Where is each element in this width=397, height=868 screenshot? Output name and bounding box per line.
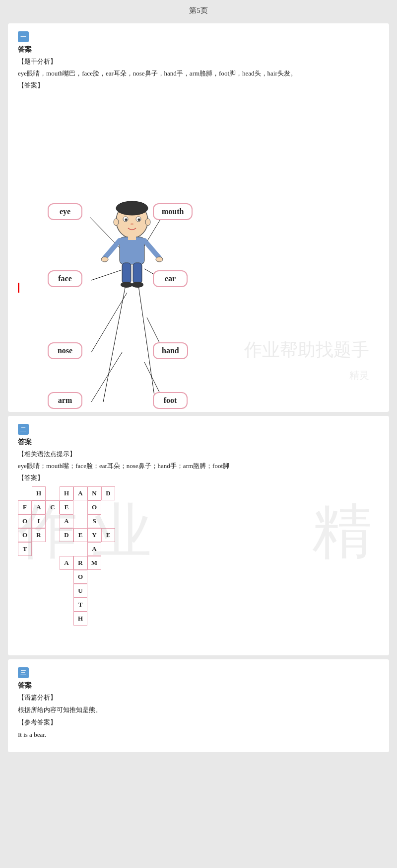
crossword-cell bbox=[32, 556, 46, 570]
crossword-cell: N bbox=[87, 486, 101, 500]
body-diagram: eye mouth face ear nose hand arm foot he… bbox=[18, 94, 379, 402]
crossword-cell bbox=[101, 584, 115, 598]
crossword-cell bbox=[143, 528, 157, 542]
crossword-cell bbox=[129, 542, 143, 556]
svg-point-14 bbox=[125, 219, 128, 221]
crossword-cell bbox=[18, 584, 32, 598]
crossword-row: T bbox=[18, 598, 157, 612]
crossword-cell: A bbox=[60, 556, 73, 570]
section-badge-2: 二 bbox=[18, 424, 29, 435]
crossword-cell bbox=[18, 486, 32, 500]
crossword-cell bbox=[143, 556, 157, 570]
word-hand: hand bbox=[153, 342, 188, 359]
red-bar bbox=[18, 283, 19, 293]
crossword-cell: O bbox=[18, 514, 32, 528]
svg-rect-26 bbox=[133, 263, 142, 284]
svg-point-28 bbox=[132, 282, 143, 288]
crossword-cell: D bbox=[60, 528, 73, 542]
crossword-cell bbox=[46, 486, 60, 500]
crossword-cell bbox=[129, 500, 143, 514]
svg-point-18 bbox=[145, 219, 150, 226]
crossword-cell bbox=[129, 556, 143, 570]
crossword-row: HHAND bbox=[18, 486, 157, 500]
page-number: 第5页 bbox=[189, 6, 208, 14]
crossword-cell bbox=[46, 570, 60, 584]
crossword-cell bbox=[143, 612, 157, 626]
crossword-row: TA bbox=[18, 542, 157, 556]
svg-point-15 bbox=[138, 219, 140, 221]
crossword-cell bbox=[143, 542, 157, 556]
crossword-cell: Y bbox=[87, 528, 101, 542]
crossword-cell bbox=[32, 570, 46, 584]
crossword-cell bbox=[46, 556, 60, 570]
answer-label-1: 答案 bbox=[18, 45, 379, 54]
crossword-cell bbox=[101, 542, 115, 556]
crossword-cell: S bbox=[87, 514, 101, 528]
answer-title-1: 【答案】 bbox=[18, 81, 379, 90]
crossword-cell bbox=[115, 612, 129, 626]
crossword-cell bbox=[129, 584, 143, 598]
crossword-cell bbox=[46, 528, 60, 542]
crossword-cell bbox=[60, 584, 73, 598]
svg-rect-20 bbox=[128, 234, 136, 240]
card-3: 三 答案 【语篇分析】 根据所给内容可知推知是熊。 【参考答案】 It is a… bbox=[8, 659, 389, 752]
analysis-title-1: 【题干分析】 bbox=[18, 57, 379, 66]
crossword-cell bbox=[87, 598, 101, 612]
crossword-cell bbox=[101, 500, 115, 514]
crossword-cell bbox=[115, 584, 129, 598]
word-nose: nose bbox=[48, 342, 82, 359]
crossword-cell bbox=[60, 598, 73, 612]
svg-point-11 bbox=[116, 201, 148, 215]
ref-title: 【参考答案】 bbox=[18, 718, 379, 727]
svg-line-6 bbox=[91, 352, 122, 402]
crossword-cell: H bbox=[73, 612, 87, 626]
crossword-cell bbox=[143, 500, 157, 514]
crossword-cell bbox=[73, 500, 87, 514]
crossword-cell bbox=[32, 612, 46, 626]
crossword-cell bbox=[115, 486, 129, 500]
crossword-cell bbox=[143, 514, 157, 528]
crossword-cell bbox=[46, 598, 60, 612]
card-1: 一 答案 【题干分析】 eye眼睛，mouth嘴巴，face脸，ear耳朵，no… bbox=[8, 23, 389, 412]
crossword-row: ORDEYE bbox=[18, 528, 157, 542]
word-eye: eye bbox=[48, 203, 82, 220]
word-arm: arm bbox=[48, 392, 82, 409]
crossword-cell: A bbox=[60, 514, 73, 528]
crossword-cell: O bbox=[87, 500, 101, 514]
crossword-cell bbox=[87, 584, 101, 598]
crossword-cell bbox=[32, 584, 46, 598]
crossword-cell: R bbox=[73, 556, 87, 570]
section-badge-1: 一 bbox=[18, 31, 29, 42]
crossword-cell: M bbox=[87, 556, 101, 570]
crossword-cell: D bbox=[101, 486, 115, 500]
answer-label-2: 答案 bbox=[18, 438, 379, 447]
analysis-title-3: 【语篇分析】 bbox=[18, 693, 379, 702]
svg-point-16 bbox=[131, 223, 133, 225]
analysis-text-3: 根据所给内容可知推知是熊。 bbox=[18, 704, 379, 715]
crossword-cell: R bbox=[32, 528, 46, 542]
crossword-cell bbox=[101, 612, 115, 626]
crossword-cell bbox=[143, 570, 157, 584]
crossword-cell bbox=[46, 584, 60, 598]
answer-label-3: 答案 bbox=[18, 681, 379, 690]
crossword-cell bbox=[73, 514, 87, 528]
crossword-row: O bbox=[18, 570, 157, 584]
crossword-cell bbox=[101, 598, 115, 612]
crossword: HHANDFACEOOIASORDEYETAARMOUTH 作 业 精 bbox=[18, 486, 379, 645]
crossword-cell bbox=[115, 598, 129, 612]
word-foot: foot bbox=[153, 392, 188, 409]
crossword-cell bbox=[87, 612, 101, 626]
character-figure bbox=[100, 193, 164, 293]
crossword-cell: T bbox=[73, 598, 87, 612]
crossword-cell bbox=[129, 570, 143, 584]
crossword-cell bbox=[60, 542, 73, 556]
svg-point-24 bbox=[156, 257, 163, 262]
crossword-cell: A bbox=[73, 486, 87, 500]
crossword-cell bbox=[129, 514, 143, 528]
crossword-cell bbox=[115, 556, 129, 570]
crossword-cell bbox=[32, 598, 46, 612]
crossword-row: U bbox=[18, 584, 157, 598]
answer-title-2: 【答案】 bbox=[18, 473, 379, 482]
crossword-cell bbox=[73, 542, 87, 556]
svg-rect-19 bbox=[120, 237, 144, 264]
